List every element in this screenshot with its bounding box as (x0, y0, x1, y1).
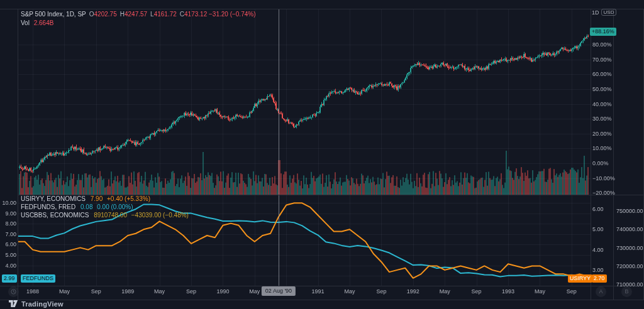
interval-label: 1D (592, 9, 599, 16)
time-tick: May (535, 288, 545, 295)
scale-b-button[interactable]: B (621, 286, 632, 297)
scale-a-tick: 3.00 (592, 267, 604, 273)
low-value: 4161.72 (154, 11, 177, 18)
scale-b-tick: 750000.00 (616, 208, 643, 214)
time-tick: May (154, 288, 165, 295)
fedfunds-change: 0.00 (0.00%) (97, 203, 133, 210)
time-tick: 1993 (502, 288, 514, 295)
symbol-title[interactable]: S&P 500 Index, 1D, SP (21, 11, 86, 18)
volume-legend[interactable]: Vol 2.664B (21, 19, 53, 26)
time-tick: May (59, 288, 70, 295)
clock-icon (11, 289, 16, 295)
left-axis-tick: 7.00 (0, 231, 16, 237)
time-tick: May (440, 288, 450, 295)
fedfunds-name[interactable]: FEDFUNDS, FRED (21, 203, 75, 210)
price-tick: 10.00% (592, 145, 612, 151)
price-tick: 20.00% (592, 131, 612, 137)
left-axis-tick: 5.00 (0, 252, 16, 258)
uscbbs-name[interactable]: USCBBS, ECONOMICS (21, 212, 89, 219)
price-tick: −20.00% (592, 190, 615, 196)
scale-b-tick: 720000.00 (616, 263, 643, 269)
scale-a-tick: 6.00 (592, 206, 604, 212)
high-value: 4247.57 (125, 11, 147, 18)
fedfunds-value: 0.08 (80, 203, 92, 210)
time-tick: Sep (91, 288, 101, 295)
time-tick: 1992 (407, 288, 419, 295)
scale-b-tick: 730000.00 (616, 245, 643, 251)
time-tick: Sep (472, 288, 482, 295)
time-tick: 1989 (121, 288, 134, 295)
price-scale-unit: 1DUSD (592, 9, 616, 16)
scale-a-button[interactable]: A (596, 286, 606, 297)
scale-a-tick: 5.00 (592, 226, 604, 232)
price-tick: 50.00% (592, 86, 612, 92)
close-value: 4173.12 (184, 11, 207, 18)
price-tick: 40.00% (592, 101, 612, 107)
time-tick: May (344, 288, 355, 295)
fedfunds-value-badge: 2.99 (2, 274, 17, 283)
price-tick: 70.00% (592, 57, 612, 63)
tradingview-brand-text: TradingView (21, 300, 64, 308)
symbol-legend[interactable]: S&P 500 Index, 1D, SPO4202.75H4247.57L41… (21, 11, 256, 18)
fedfunds-legend[interactable]: FEDFUNDS, FRED 0.08 0.00 (0.00%) (21, 203, 133, 210)
price-tick: 60.00% (592, 71, 612, 77)
price-tick: 80.00% (592, 41, 612, 48)
usiryy-value: 7.90 (91, 195, 103, 202)
time-tick: May (249, 288, 260, 295)
usiryy-name[interactable]: USIRYY, ECONOMICS (21, 195, 86, 202)
usiryy-legend[interactable]: USIRYY, ECONOMICS 7.90 +0.40 (+5.33%) (21, 195, 150, 202)
usiryy-change: +0.40 (+5.33%) (107, 195, 150, 202)
time-tick: Sep (567, 288, 577, 295)
time-tick: 1990 (216, 288, 229, 295)
left-axis-tick: 10.00 (0, 200, 16, 206)
time-tick: Sep (376, 288, 386, 295)
uscbbs-value: 8910748.00 (94, 212, 127, 219)
price-tick: 30.00% (592, 116, 612, 122)
timezone-button[interactable] (8, 286, 19, 297)
time-tick: 1991 (312, 288, 325, 295)
price-tick: 0.00% (592, 160, 609, 166)
chart-plot-area[interactable] (0, 0, 644, 309)
price-tick: −10.00% (592, 175, 615, 182)
left-axis-tick: 4.00 (0, 263, 16, 269)
scale-a-tick: 4.00 (592, 247, 604, 253)
tradingview-chart-snapshot: KriptoNevsimi published on TradingView.c… (0, 0, 644, 309)
scale-b-tick: 740000.00 (616, 226, 643, 232)
high-label: H (120, 11, 125, 18)
tradingview-watermark[interactable]: TradingView (9, 300, 64, 308)
fedfunds-label-badge: FEDFUNDS (21, 274, 55, 283)
left-axis-tick: 8.00 (0, 220, 16, 227)
change-value: −31.20 (−0.74%) (209, 11, 256, 18)
volume-label: Vol (21, 19, 30, 26)
crosshair-date-tooltip: 02 Aug '90 (262, 286, 296, 296)
close-label: C (180, 11, 184, 18)
uscbbs-legend[interactable]: USCBBS, ECONOMICS 8910748.00 −43039.00 (… (21, 212, 189, 219)
left-axis-tick: 6.00 (0, 241, 16, 247)
currency-toggle-button[interactable]: USD (601, 9, 617, 16)
time-tick: Sep (186, 288, 196, 295)
open-label: O (89, 11, 94, 18)
open-value: 4202.75 (94, 11, 117, 18)
uscbbs-change: −43039.00 (−0.48%) (131, 212, 189, 219)
volume-value: 2.664B (34, 19, 54, 26)
time-tick: 1988 (26, 288, 39, 295)
left-axis-tick: 9.00 (0, 210, 16, 217)
usiryy-value-badge: 2.70 (592, 274, 607, 283)
change-percent-badge: +88.16% (590, 28, 616, 36)
tradingview-logo-icon (9, 300, 18, 308)
usiryy-label-badge: USIRYY (568, 274, 592, 283)
